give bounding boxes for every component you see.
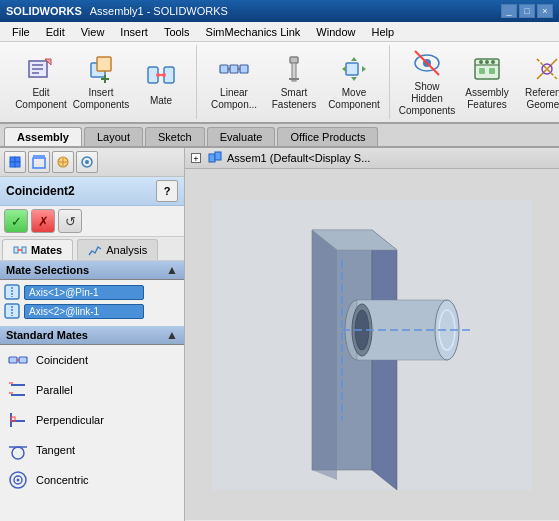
mate-actions: ✓ ✗ ↺	[0, 206, 184, 237]
menu-window[interactable]: Window	[308, 24, 363, 40]
insert-components-button[interactable]: Insert Components	[72, 48, 130, 116]
svg-point-13	[162, 73, 166, 77]
linear-component-button[interactable]: Linear Compon...	[205, 48, 263, 116]
svg-point-12	[156, 73, 160, 77]
toolbar-group-1: Edit Component Insert Components	[6, 45, 197, 119]
reference-geometry-button[interactable]: Referen... Geome...	[518, 48, 559, 116]
tabs-row: Assembly Layout Sketch Evaluate Office P…	[0, 124, 559, 148]
standard-mates-header: Standard Mates ▲	[0, 326, 184, 345]
mate-confirm-button[interactable]: ✓	[4, 209, 28, 233]
menu-insert[interactable]: Insert	[112, 24, 156, 40]
lp-toolbar	[0, 148, 184, 177]
tab-evaluate[interactable]: Evaluate	[207, 127, 276, 146]
lp-view-button-1[interactable]	[4, 151, 26, 173]
maximize-button[interactable]: □	[519, 4, 535, 18]
tab-office-products[interactable]: Office Products	[277, 127, 378, 146]
mate-option-tangent[interactable]: Tangent	[0, 435, 184, 465]
analysis-tab-icon	[88, 243, 102, 257]
menu-edit[interactable]: Edit	[38, 24, 73, 40]
tangent-icon	[6, 438, 30, 462]
assembly-tree-icon	[207, 150, 223, 166]
smart-fasteners-button[interactable]: Smart Fasteners	[265, 48, 323, 116]
svg-rect-59	[19, 357, 27, 363]
viewport-content	[185, 169, 559, 520]
mate-name: Coincident2	[6, 184, 75, 198]
mate-reset-button[interactable]: ↺	[58, 209, 82, 233]
tab-mates[interactable]: Mates	[2, 239, 73, 260]
assembly-features-button[interactable]: Assembly Features	[458, 48, 516, 116]
insert-components-label: Insert Components	[73, 87, 130, 111]
svg-point-33	[485, 60, 489, 64]
show-hidden-button[interactable]: Show Hidden Components	[398, 48, 456, 116]
svg-rect-40	[10, 157, 15, 162]
assembly-features-icon	[469, 53, 505, 85]
svg-rect-41	[15, 157, 20, 162]
coincident-label: Coincident	[36, 354, 88, 366]
smart-fasteners-label: Smart Fasteners	[268, 87, 320, 111]
tangent-label: Tangent	[36, 444, 75, 456]
close-button[interactable]: ×	[537, 4, 553, 18]
menu-simmechanics[interactable]: SimMechanics Link	[198, 24, 309, 40]
mate-option-parallel[interactable]: Parallel	[0, 375, 184, 405]
svg-point-68	[12, 447, 24, 459]
selection-axis-2[interactable]: Axis<2>@link-1	[24, 304, 144, 319]
perpendicular-label: Perpendicular	[36, 414, 104, 426]
standard-mates-section: Standard Mates ▲ Coincident	[0, 326, 184, 495]
mate-selections-collapse[interactable]: ▲	[166, 263, 178, 277]
menu-file[interactable]: File	[4, 24, 38, 40]
reference-geometry-icon	[529, 53, 559, 85]
svg-line-37	[537, 59, 557, 79]
window-title: Assembly1 - SOLIDWORKS	[90, 5, 501, 17]
move-component-label: Move Component	[328, 87, 380, 111]
move-component-icon	[336, 53, 372, 85]
edit-component-button[interactable]: Edit Component	[12, 48, 70, 116]
selection-icon-1	[3, 283, 21, 301]
mate-help-button[interactable]: ?	[156, 180, 178, 202]
menu-tools[interactable]: Tools	[156, 24, 198, 40]
svg-rect-42	[10, 162, 15, 167]
svg-rect-35	[479, 68, 485, 74]
linear-component-label: Linear Compon...	[208, 87, 260, 111]
standard-mates-collapse[interactable]: ▲	[166, 328, 178, 342]
mate-button[interactable]: Mate	[132, 48, 190, 116]
viewport-header: + Assem1 (Default<Display S...	[185, 148, 559, 169]
mate-option-perpendicular[interactable]: Perpendicular	[0, 405, 184, 435]
show-hidden-icon	[409, 47, 445, 79]
svg-rect-51	[14, 247, 18, 253]
menu-help[interactable]: Help	[363, 24, 402, 40]
edit-component-label: Edit Component	[15, 87, 67, 111]
mate-option-concentric[interactable]: Concentric	[0, 465, 184, 495]
edit-component-icon	[23, 53, 59, 85]
lp-view-button-4[interactable]	[76, 151, 98, 173]
mate-selections-section: Mate Selections ▲ Axis<1>@Pin-1 Axi	[0, 261, 184, 324]
svg-rect-15	[230, 65, 238, 73]
menu-view[interactable]: View	[73, 24, 113, 40]
selection-row-2: Axis<2>@link-1	[3, 302, 181, 320]
mate-icon	[143, 57, 179, 93]
svg-marker-23	[351, 57, 357, 61]
tab-layout[interactable]: Layout	[84, 127, 143, 146]
minimize-button[interactable]: _	[501, 4, 517, 18]
mate-option-coincident[interactable]: Coincident	[0, 345, 184, 375]
mate-cancel-button[interactable]: ✗	[31, 209, 55, 233]
selection-axis-1[interactable]: Axis<1>@Pin-1	[24, 285, 144, 300]
insert-components-icon	[83, 53, 119, 85]
svg-rect-52	[22, 247, 26, 253]
svg-point-34	[491, 60, 495, 64]
svg-rect-14	[220, 65, 228, 73]
svg-rect-6	[97, 57, 111, 71]
svg-rect-22	[346, 63, 358, 75]
svg-rect-74	[215, 152, 221, 160]
mate-tabs: Mates Analysis	[0, 237, 184, 261]
tab-sketch[interactable]: Sketch	[145, 127, 205, 146]
title-bar: SOLIDWORKS Assembly1 - SOLIDWORKS _ □ ×	[0, 0, 559, 22]
lp-view-button-2[interactable]	[28, 151, 50, 173]
tab-analysis[interactable]: Analysis	[77, 239, 158, 260]
lp-view-button-3[interactable]	[52, 151, 74, 173]
svg-marker-26	[362, 66, 366, 72]
move-component-button[interactable]: Move Component	[325, 48, 383, 116]
tree-expand-icon[interactable]: +	[191, 153, 201, 163]
tab-assembly[interactable]: Assembly	[4, 127, 82, 146]
concentric-icon	[6, 468, 30, 492]
assembly-tree-item[interactable]: Assem1 (Default<Display S...	[227, 152, 370, 164]
